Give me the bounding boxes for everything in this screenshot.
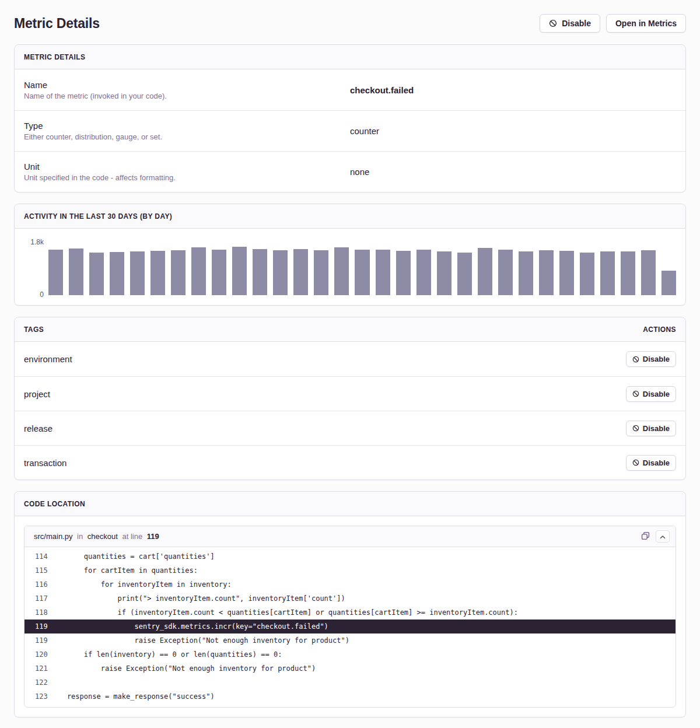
chart-bar — [355, 250, 369, 295]
code-text: sentry_sdk.metrics.incr(key="checkout.fa… — [50, 620, 328, 634]
code-body: 114 quantities = cart['quantities'] 115 … — [24, 547, 676, 707]
tags-actions-column-label: ACTIONS — [643, 326, 676, 334]
copy-icon — [641, 531, 650, 542]
activity-panel: ACTIVITY IN THE LAST 30 DAYS (BY DAY) 1.… — [14, 204, 686, 306]
disable-tag-label: Disable — [643, 355, 670, 363]
code-text: raise Exception("Not enough inventory fo… — [50, 634, 349, 648]
code-in-word: in — [77, 532, 83, 541]
disable-tag-label: Disable — [643, 459, 670, 467]
detail-row-unit: Unit Unit specified in the code - affect… — [15, 151, 685, 192]
chart-bar — [376, 250, 390, 295]
code-text: for inventoryItem in inventory: — [50, 578, 232, 592]
line-number: 119 — [24, 620, 50, 634]
code-line: 122 — [24, 676, 676, 690]
disable-metric-button[interactable]: Disable — [540, 14, 600, 33]
code-location-panel-header: CODE LOCATION — [15, 492, 685, 516]
code-frame-actions — [640, 530, 670, 543]
code-line-number: 119 — [147, 532, 159, 541]
chart-bar — [150, 251, 165, 295]
code-line: 119 raise Exception("Not enough inventor… — [24, 634, 676, 648]
chart-bar — [273, 250, 288, 295]
code-line: 123 response = make_response("success") — [24, 690, 676, 704]
metric-details-panel: METRIC DETAILS Name Name of the metric (… — [14, 44, 686, 192]
chart-bar — [293, 249, 308, 295]
copy-code-button[interactable] — [640, 530, 651, 543]
code-text: response = make_response("success") — [50, 690, 215, 704]
chart-bar — [89, 253, 104, 295]
line-number: 117 — [24, 592, 50, 606]
line-number: 119 — [24, 634, 50, 648]
ban-icon — [632, 459, 639, 466]
code-text: quantities = cart['quantities'] — [50, 550, 215, 564]
tag-row-release: release Disable — [15, 411, 685, 445]
page-title: Metric Details — [14, 16, 100, 32]
detail-row-name: Name Name of the metric (invoked in your… — [15, 69, 685, 110]
chart-bar — [416, 250, 431, 295]
code-line: 121 raise Exception("Not enough inventor… — [24, 662, 676, 676]
open-in-metrics-button[interactable]: Open in Metrics — [606, 14, 686, 33]
disable-tag-environment-button[interactable]: Disable — [626, 351, 676, 367]
chart-bar — [539, 250, 554, 295]
open-in-metrics-label: Open in Metrics — [615, 19, 677, 28]
code-text: print("> inventoryItem.count", inventory… — [50, 592, 345, 606]
code-text: raise Exception("Not enough inventory fo… — [50, 662, 316, 676]
activity-panel-title: ACTIVITY IN THE LAST 30 DAYS (BY DAY) — [24, 212, 172, 220]
code-line-highlighted: 119 sentry_sdk.metrics.incr(key="checkou… — [24, 620, 676, 634]
tag-label: transaction — [24, 458, 66, 468]
tag-row-environment: environment Disable — [15, 342, 685, 376]
chart-bar — [519, 251, 533, 295]
chart-bar — [498, 250, 513, 295]
code-text: if (inventoryItem.count < quantities[car… — [50, 606, 518, 620]
code-text: if len(inventory) == 0 or len(quantities… — [50, 648, 282, 662]
line-number: 118 — [24, 606, 50, 620]
chart-bar — [662, 271, 676, 295]
code-at-line-word: at line — [123, 532, 143, 541]
disable-tag-transaction-button[interactable]: Disable — [626, 455, 676, 471]
metric-name-value: checkout.failed — [350, 85, 676, 95]
chart-bar — [396, 251, 411, 295]
chart-bar — [314, 250, 328, 295]
code-frame-header: src/main.py in checkout at line 119 — [24, 526, 676, 547]
detail-label: Name — [24, 80, 350, 90]
metric-details-panel-header: METRIC DETAILS — [15, 45, 685, 69]
line-number: 120 — [24, 648, 50, 662]
detail-label: Unit — [24, 162, 350, 172]
metric-unit-value: none — [350, 167, 676, 177]
disable-tag-project-button[interactable]: Disable — [626, 386, 676, 402]
code-text: for cartItem in quantities: — [50, 564, 198, 578]
metric-details-page: Metric Details Disable Open in Metrics M… — [0, 0, 700, 728]
code-line: 117 print("> inventoryItem.count", inven… — [24, 592, 676, 606]
detail-description: Either counter, distribution, gauge, or … — [24, 132, 350, 141]
activity-panel-header: ACTIVITY IN THE LAST 30 DAYS (BY DAY) — [15, 204, 685, 229]
tags-panel-title: TAGS — [24, 326, 44, 334]
tag-row-transaction: transaction Disable — [15, 445, 685, 480]
disable-metric-label: Disable — [562, 19, 591, 28]
detail-description: Name of the metric (invoked in your code… — [24, 92, 350, 100]
chart-bar — [437, 251, 452, 295]
collapse-code-button[interactable] — [656, 530, 670, 542]
chart-bar — [232, 247, 247, 295]
chart-bar — [69, 249, 83, 295]
chart-bar — [48, 250, 63, 295]
tag-label: environment — [24, 354, 72, 364]
line-number: 121 — [24, 662, 50, 676]
detail-label: Type — [24, 121, 350, 131]
detail-row-unit-left: Unit Unit specified in the code - affect… — [24, 162, 350, 182]
line-number: 123 — [24, 690, 50, 704]
chart-bar — [334, 247, 349, 295]
chart-bar — [600, 251, 615, 295]
line-number: 115 — [24, 564, 50, 578]
chart-bar — [110, 252, 124, 295]
code-location-panel-title: CODE LOCATION — [24, 500, 85, 508]
chart-bar — [457, 253, 472, 295]
tags-panel: TAGS ACTIONS environment Disable project — [14, 317, 686, 480]
ban-icon — [632, 390, 639, 397]
chart-bar — [478, 248, 492, 295]
ban-icon — [549, 19, 557, 27]
chart-bar — [621, 251, 635, 295]
chart-bar — [130, 251, 145, 295]
code-location-body: src/main.py in checkout at line 119 — [15, 516, 685, 717]
disable-tag-release-button[interactable]: Disable — [626, 421, 676, 436]
tag-label: project — [24, 389, 50, 399]
disable-tag-label: Disable — [643, 424, 670, 433]
